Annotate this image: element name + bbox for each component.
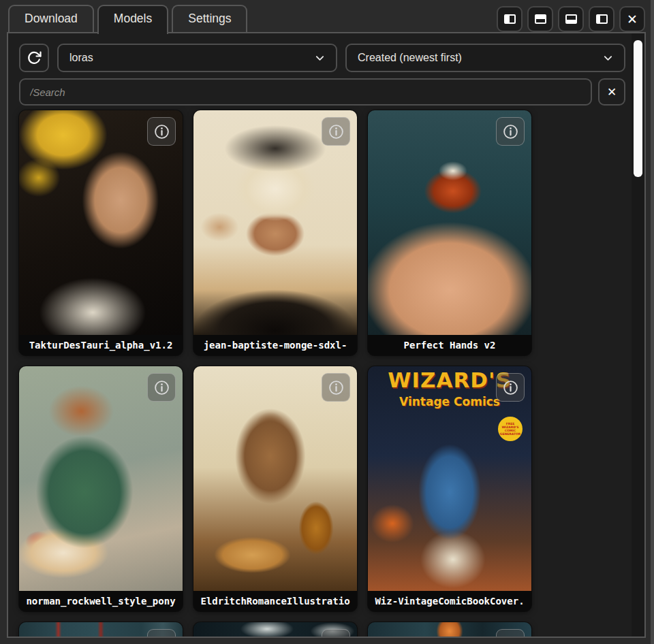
model-info-button[interactable]	[496, 117, 525, 146]
model-name-label: EldritchRomanceIllustratio	[193, 591, 357, 611]
sort-value: Created (newest first)	[358, 52, 462, 64]
info-icon	[328, 379, 345, 396]
browser-toolbar: loras Created (newest first)	[19, 44, 625, 72]
model-thumbnail	[19, 366, 183, 591]
dock-top-icon	[535, 14, 546, 24]
cover-badge: FREE WIZARD'S COMIC GENERATOR	[498, 417, 523, 441]
model-info-button[interactable]	[322, 373, 350, 402]
model-card[interactable]	[368, 622, 531, 638]
tab-settings[interactable]: Settings	[172, 5, 247, 32]
model-name-label: Perfect Hands v2	[368, 335, 531, 355]
panel-left-button[interactable]	[589, 6, 614, 32]
split-left-icon	[504, 14, 516, 24]
refresh-button[interactable]	[19, 44, 49, 72]
info-icon	[502, 635, 519, 639]
model-card[interactable]: norman_rockwell_style_pony	[19, 366, 183, 611]
scrollbar-thumb[interactable]	[634, 40, 642, 177]
tab-download[interactable]: Download	[8, 5, 94, 32]
dock-bottom-icon	[565, 14, 577, 24]
model-thumbnail	[193, 366, 357, 591]
model-type-select[interactable]: loras	[57, 44, 337, 72]
info-icon	[328, 635, 345, 639]
model-info-button[interactable]	[147, 117, 176, 146]
model-thumbnail	[19, 622, 183, 638]
split-left-button[interactable]	[497, 6, 523, 32]
info-icon	[153, 635, 170, 639]
search-input[interactable]	[19, 78, 592, 106]
model-card[interactable]	[19, 622, 183, 638]
model-thumbnail	[19, 110, 183, 335]
search-row: ✕	[19, 78, 625, 106]
window-controls: ✕	[497, 6, 645, 32]
info-icon	[153, 123, 170, 140]
info-icon	[502, 379, 519, 396]
clear-search-button[interactable]: ✕	[598, 78, 625, 106]
models-panel: loras Created (newest first) ✕	[7, 32, 646, 638]
chevron-down-icon	[315, 53, 325, 63]
model-grid: TakturDesTauri_alpha_v1.2 jean-baptiste-…	[19, 110, 531, 638]
model-thumbnail	[368, 622, 531, 638]
model-thumbnail	[193, 110, 357, 335]
model-card[interactable]: Perfect Hands v2	[368, 110, 531, 355]
model-info-button[interactable]	[322, 117, 350, 146]
model-name-label: TakturDesTauri_alpha_v1.2	[19, 335, 183, 355]
model-name-label: Wiz-VintageComicBookCover.	[368, 591, 531, 611]
model-info-button[interactable]	[496, 629, 525, 638]
sort-select[interactable]: Created (newest first)	[345, 44, 625, 72]
model-card[interactable]: WIZARD'S Vintage Comics FREE WIZARD'S CO…	[368, 366, 531, 611]
scrollbar-track[interactable]	[632, 33, 644, 637]
model-thumbnail	[368, 110, 531, 335]
model-card[interactable]	[193, 622, 357, 638]
tab-bar: DownloadModelsSettings	[8, 5, 247, 34]
tab-models[interactable]: Models	[97, 5, 168, 34]
model-thumbnail	[193, 622, 357, 638]
info-icon	[502, 123, 519, 140]
model-name-label: jean-baptiste-monge-sdxl-	[193, 335, 357, 355]
model-type-value: loras	[69, 52, 93, 64]
model-name-label: norman_rockwell_style_pony	[19, 591, 183, 611]
model-info-button[interactable]	[147, 373, 176, 402]
model-card[interactable]: EldritchRomanceIllustratio	[193, 366, 357, 611]
model-card[interactable]: TakturDesTauri_alpha_v1.2	[19, 110, 183, 355]
close-icon: ✕	[627, 13, 638, 26]
panel-left-icon	[596, 14, 608, 24]
model-info-button[interactable]	[147, 629, 176, 638]
refresh-icon	[26, 50, 42, 66]
model-info-button[interactable]	[322, 629, 350, 638]
info-icon	[153, 379, 170, 396]
model-info-button[interactable]	[496, 373, 525, 402]
chevron-down-icon	[603, 53, 613, 63]
info-icon	[328, 123, 345, 140]
dock-bottom-button[interactable]	[558, 6, 584, 32]
dock-top-button[interactable]	[527, 6, 553, 32]
model-thumbnail: WIZARD'S Vintage Comics FREE WIZARD'S CO…	[368, 366, 531, 591]
close-icon: ✕	[607, 85, 617, 99]
model-card[interactable]: jean-baptiste-monge-sdxl-	[193, 110, 357, 355]
close-button[interactable]: ✕	[619, 6, 645, 32]
